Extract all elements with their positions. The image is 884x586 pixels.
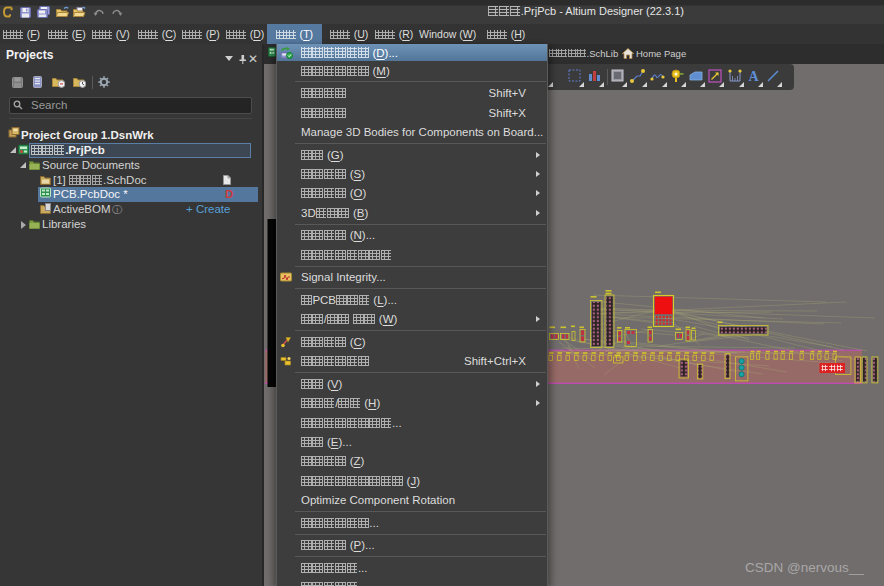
svg-text:A: A bbox=[748, 69, 759, 84]
